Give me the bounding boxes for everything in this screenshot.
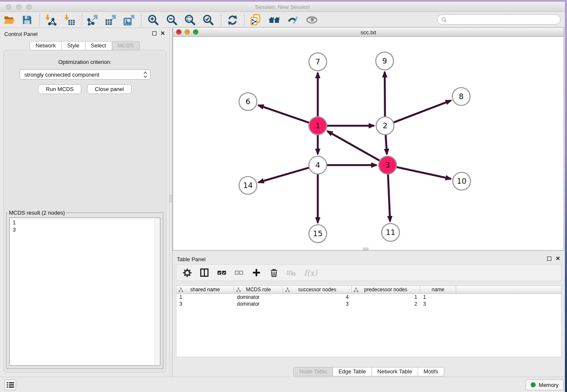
zoom-in-icon[interactable]	[147, 14, 160, 26]
column-header-predecessor-nodes[interactable]: predecessor nodes	[352, 286, 420, 293]
column-type-icon	[354, 287, 358, 294]
export-table-icon[interactable]	[104, 14, 117, 26]
task-history-button[interactable]	[4, 379, 16, 390]
tab-node-table[interactable]: Node Table	[293, 367, 333, 376]
graph-node-14[interactable]: 14	[239, 177, 257, 194]
close-table-panel-icon[interactable]: ✕	[556, 255, 560, 262]
graph-edge-3-11[interactable]	[388, 174, 390, 221]
criterion-dropdown[interactable]: strongly connected component	[19, 69, 151, 80]
vertical-splitter[interactable]	[169, 28, 173, 377]
double-home-icon[interactable]	[268, 14, 281, 26]
tab-mcds[interactable]: MCDS	[112, 41, 140, 50]
graph-edge-2-9[interactable]	[385, 72, 385, 117]
splitter-handle[interactable]	[170, 195, 172, 202]
graph-node-3[interactable]: 3	[379, 156, 396, 174]
graph-node-8[interactable]: 8	[452, 88, 470, 105]
export-network-icon[interactable]	[86, 14, 99, 26]
tab-edge-table[interactable]: Edge Table	[333, 367, 372, 376]
tab-motifs[interactable]: Motifs	[418, 367, 444, 376]
table-cell[interactable]: 3	[283, 301, 352, 307]
network-window-titlebar[interactable]: ✕ − + scc.txt	[173, 28, 564, 37]
memory-button[interactable]: Memory	[526, 379, 564, 390]
table-cell[interactable]: 1	[420, 294, 456, 300]
graph-node-4[interactable]: 4	[309, 156, 327, 174]
optimization-criterion-label: Optimization criterion:	[4, 59, 166, 65]
graph-node-label: 9	[382, 56, 387, 65]
graph-node-1[interactable]: 1	[309, 117, 327, 135]
table-cell[interactable]: 4	[283, 294, 352, 300]
graph-node-15[interactable]: 15	[309, 225, 327, 243]
tab-network-table[interactable]: Network Table	[372, 367, 418, 376]
table-row[interactable]: 1dominator411	[176, 294, 561, 301]
zoom-out-icon[interactable]	[165, 14, 178, 26]
column-header-shared-name[interactable]: shared name	[176, 286, 234, 293]
column-header-name[interactable]: name	[420, 286, 456, 293]
table-cell[interactable]: dominator	[234, 301, 283, 307]
graph-node-2[interactable]: 2	[376, 117, 394, 135]
network-view-window: ✕ − + scc.txt 7968124314101511	[173, 27, 564, 251]
zoom-fit-icon[interactable]	[184, 14, 196, 26]
toolbar-separator	[221, 14, 221, 26]
table-cell[interactable]: 2	[352, 301, 420, 307]
function-builder-icon[interactable]: f(x)	[303, 268, 318, 278]
column-header-MCDS-role[interactable]: MCDS role	[234, 286, 283, 293]
close-panel-button[interactable]: Close panel	[87, 84, 132, 94]
graph-node-6[interactable]: 6	[239, 93, 257, 110]
trash-icon[interactable]	[269, 268, 279, 278]
columns-icon[interactable]	[199, 268, 209, 278]
table-cell[interactable]: 1	[176, 294, 234, 300]
memory-label: Memory	[539, 382, 559, 388]
horizontal-splitter-handle[interactable]	[363, 248, 369, 250]
table-row[interactable]: 3dominator323	[176, 301, 561, 307]
graph-edge-4-14[interactable]	[259, 168, 309, 182]
graph-edge-1-6[interactable]	[259, 105, 310, 123]
add-row-icon[interactable]	[251, 268, 261, 278]
graph-edge-3-10[interactable]	[396, 167, 451, 179]
graph-node-9[interactable]: 9	[376, 52, 394, 70]
float-panel-icon[interactable]	[152, 31, 157, 36]
table-cell[interactable]: 3	[176, 301, 234, 307]
open-folder-icon[interactable]	[3, 14, 16, 26]
graph-node-label: 6	[245, 97, 250, 106]
import-table-icon[interactable]	[63, 14, 76, 26]
graph-edge-2-8[interactable]	[394, 100, 451, 122]
delete-table-icon[interactable]	[286, 268, 296, 278]
import-network-icon[interactable]	[44, 14, 57, 26]
graph-node-11[interactable]: 11	[382, 224, 399, 241]
graph-node-7[interactable]: 7	[309, 53, 327, 71]
tab-network[interactable]: Network	[30, 41, 62, 50]
tab-select[interactable]: Select	[85, 41, 112, 50]
graph-edge-3-1[interactable]	[328, 131, 380, 161]
control-panel: Control Panel ✕ NetworkStyleSelectMCDS O…	[0, 28, 169, 377]
run-mcds-button[interactable]: Run MCDS	[38, 84, 81, 94]
column-type-icon	[179, 287, 183, 294]
refresh-icon[interactable]	[226, 14, 239, 26]
export-image-icon[interactable]	[123, 14, 135, 26]
tab-style[interactable]: Style	[61, 41, 85, 50]
table-toolbar: f(x)	[176, 264, 561, 281]
float-table-panel-icon[interactable]	[547, 257, 551, 261]
window-title: Session: New Session	[0, 4, 565, 10]
result-scrollbar[interactable]	[154, 218, 160, 365]
table-cell[interactable]: 1	[352, 294, 420, 300]
graph-node-label: 8	[459, 92, 463, 101]
close-panel-icon[interactable]: ✕	[160, 30, 165, 36]
eye-icon[interactable]	[306, 14, 318, 26]
graph-edge-2-3[interactable]	[385, 135, 387, 154]
zoom-selected-icon[interactable]	[202, 14, 215, 26]
unselect-all-icon[interactable]	[234, 268, 244, 278]
gear-icon[interactable]	[182, 268, 192, 278]
mcds-result-textarea[interactable]: 1 3	[9, 218, 160, 366]
eye-slash-icon[interactable]	[286, 14, 299, 26]
column-header-successor-nodes[interactable]: successor nodes	[283, 286, 352, 293]
network-canvas[interactable]: 7968124314101511	[173, 37, 564, 250]
select-all-icon[interactable]	[217, 268, 227, 278]
save-icon[interactable]	[21, 14, 33, 26]
search-input[interactable]	[437, 14, 561, 25]
copy-network-icon[interactable]	[249, 14, 262, 26]
table-cell[interactable]: 3	[420, 301, 456, 307]
toolbar-separator	[141, 14, 141, 26]
table-panel-title: Table Panel	[177, 256, 206, 262]
table-cell[interactable]: dominator	[234, 294, 283, 300]
graph-node-10[interactable]: 10	[453, 172, 471, 190]
